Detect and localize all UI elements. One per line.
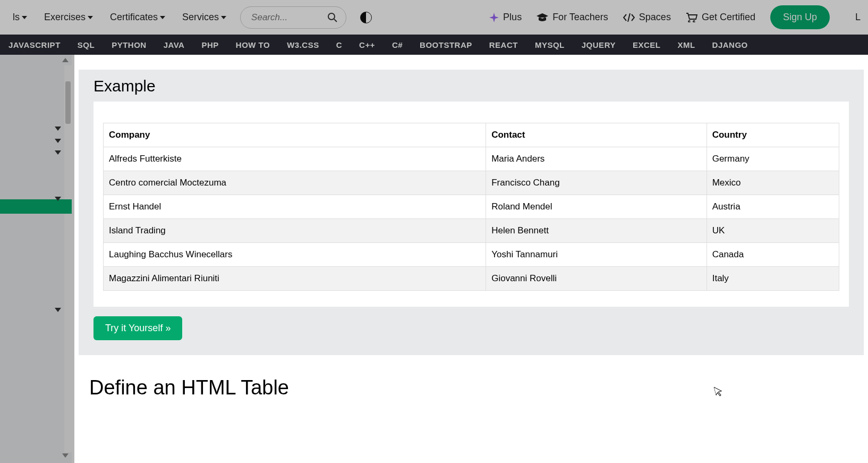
sidebar-item[interactable]: Spacing bbox=[0, 248, 72, 262]
graduation-cap-icon bbox=[537, 13, 548, 22]
table-row: Centro comercial MoctezumaFrancisco Chan… bbox=[104, 171, 839, 195]
table-cell: UK bbox=[707, 219, 839, 243]
example-inner: Company Contact Country Alfreds Futterki… bbox=[93, 102, 849, 307]
table-cell: Mexico bbox=[707, 171, 839, 195]
sidebar-item-active[interactable]: s bbox=[0, 199, 72, 214]
sidebar-item[interactable]: ons bbox=[0, 95, 72, 110]
chevron-down-icon bbox=[55, 139, 61, 143]
table-header: Country bbox=[707, 123, 839, 147]
plus-link[interactable]: Plus bbox=[489, 12, 522, 23]
nav-certificates-label: Certificates bbox=[110, 12, 158, 23]
cat-item[interactable]: JAVASCRIPT bbox=[0, 40, 69, 49]
spaces-link[interactable]: Spaces bbox=[623, 12, 671, 23]
scroll-down-icon[interactable] bbox=[62, 453, 69, 460]
certified-label: Get Certified bbox=[702, 12, 755, 23]
sidebar-item[interactable]: Inline bbox=[0, 310, 72, 325]
sparkle-icon bbox=[489, 13, 499, 22]
signup-button[interactable]: Sign Up bbox=[770, 5, 830, 29]
cat-item[interactable]: DJANGO bbox=[704, 40, 756, 49]
table-header: Company bbox=[104, 123, 486, 147]
nav-exercises-label: Exercises bbox=[44, 12, 86, 23]
table-cell: Maria Anders bbox=[486, 147, 707, 171]
table-cell: Giovanni Rovelli bbox=[486, 267, 707, 291]
example-container: Example Company Contact Country Alfreds … bbox=[79, 70, 864, 355]
cart-icon bbox=[686, 13, 697, 22]
try-it-button[interactable]: Try it Yourself » bbox=[93, 316, 182, 340]
cat-item[interactable]: C bbox=[328, 40, 351, 49]
teachers-link[interactable]: For Teachers bbox=[537, 12, 608, 23]
caret-down-icon bbox=[22, 16, 27, 19]
cat-item[interactable]: PHP bbox=[193, 40, 227, 49]
spaces-label: Spaces bbox=[639, 12, 671, 23]
example-heading: Example bbox=[93, 77, 849, 95]
top-nav: ls Exercises Certificates Services Plus bbox=[0, 0, 868, 35]
sidebar-item[interactable]: rs bbox=[0, 233, 72, 248]
cat-item[interactable]: PYTHON bbox=[103, 40, 155, 49]
sidebar-item[interactable]: up bbox=[0, 291, 72, 305]
search-icon[interactable] bbox=[327, 12, 338, 23]
table-row: Alfreds FutterkisteMaria AndersGermany bbox=[104, 147, 839, 171]
example-table: Company Contact Country Alfreds Futterki… bbox=[103, 123, 839, 291]
cat-item[interactable]: HOW TO bbox=[227, 40, 278, 49]
sidebar-item[interactable] bbox=[0, 228, 72, 233]
cat-item[interactable]: JQUERY bbox=[573, 40, 624, 49]
nav-services-label: Services bbox=[182, 12, 219, 23]
table-cell: Canada bbox=[707, 243, 839, 267]
sidebar-item[interactable]: aphs bbox=[0, 55, 72, 65]
sidebar-section[interactable] bbox=[0, 124, 72, 129]
nav-exercises[interactable]: Exercises bbox=[37, 7, 100, 27]
sidebar-item[interactable]: le bbox=[0, 180, 72, 194]
certified-link[interactable]: Get Certified bbox=[686, 12, 755, 23]
table-row: Magazzini Alimentari RiunitiGiovanni Rov… bbox=[104, 267, 839, 291]
nav-tutorials[interactable]: ls bbox=[5, 7, 35, 27]
table-cell: Ernst Handel bbox=[104, 195, 486, 219]
sidebar-item[interactable]: nts bbox=[0, 110, 72, 124]
cat-item[interactable]: EXCEL bbox=[624, 40, 669, 49]
nav-certificates[interactable]: Certificates bbox=[103, 7, 173, 27]
table-cell: Laughing Bacchus Winecellars bbox=[104, 243, 486, 267]
caret-down-icon bbox=[221, 16, 226, 19]
category-nav: JAVASCRIPT SQL PYTHON JAVA PHP HOW TO W3… bbox=[0, 35, 868, 55]
teachers-label: For Teachers bbox=[552, 12, 608, 23]
cat-item[interactable]: JAVA bbox=[155, 40, 193, 49]
table-cell: Germany bbox=[707, 147, 839, 171]
login-button[interactable]: L bbox=[845, 5, 863, 29]
cat-item[interactable]: REACT bbox=[481, 40, 526, 49]
table-row: Laughing Bacchus WinecellarsYoshi Tannam… bbox=[104, 243, 839, 267]
sidebar-item[interactable]: ing bbox=[0, 81, 72, 95]
table-row: Island TradingHelen BennettUK bbox=[104, 219, 839, 243]
table-header: Contact bbox=[486, 123, 707, 147]
cat-item[interactable]: C++ bbox=[351, 40, 384, 49]
table-cell: Austria bbox=[707, 195, 839, 219]
chevron-down-icon bbox=[55, 308, 61, 312]
svg-line-1 bbox=[334, 19, 337, 22]
cat-item[interactable]: BOOTSTRAP bbox=[411, 40, 481, 49]
sidebar-section[interactable] bbox=[0, 305, 72, 310]
table-cell: Island Trading bbox=[104, 219, 486, 243]
plus-label: Plus bbox=[503, 12, 522, 23]
nav-services[interactable]: Services bbox=[175, 7, 234, 27]
sidebar-item[interactable]: g bbox=[0, 276, 72, 291]
cat-item[interactable]: MYSQL bbox=[526, 40, 573, 49]
table-cell: Italy bbox=[707, 267, 839, 291]
svg-point-0 bbox=[328, 13, 335, 20]
main-content: Example Company Contact Country Alfreds … bbox=[74, 55, 868, 463]
table-cell: Roland Mendel bbox=[486, 195, 707, 219]
sidebar-item[interactable]: rs bbox=[0, 214, 72, 228]
table-cell: Alfreds Futterkiste bbox=[104, 147, 486, 171]
table-cell: Yoshi Tannamuri bbox=[486, 243, 707, 267]
chevron-down-icon bbox=[55, 197, 61, 201]
sidebar-item[interactable]: Rowspan bbox=[0, 262, 72, 276]
cat-item[interactable]: C# bbox=[384, 40, 411, 49]
table-cell: Helen Bennett bbox=[486, 219, 707, 243]
table-cell: Centro comercial Moctezuma bbox=[104, 171, 486, 195]
sidebar-section[interactable] bbox=[0, 194, 72, 199]
theme-toggle-icon[interactable] bbox=[360, 12, 372, 23]
cat-item[interactable]: SQL bbox=[69, 40, 103, 49]
table-body: Alfreds FutterkisteMaria AndersGermanyCe… bbox=[104, 147, 839, 291]
section-heading: Define an HTML Table bbox=[89, 376, 868, 399]
code-icon bbox=[623, 13, 635, 22]
cat-item[interactable]: W3.CSS bbox=[278, 40, 328, 49]
caret-down-icon bbox=[160, 16, 165, 19]
cat-item[interactable]: XML bbox=[669, 40, 703, 49]
